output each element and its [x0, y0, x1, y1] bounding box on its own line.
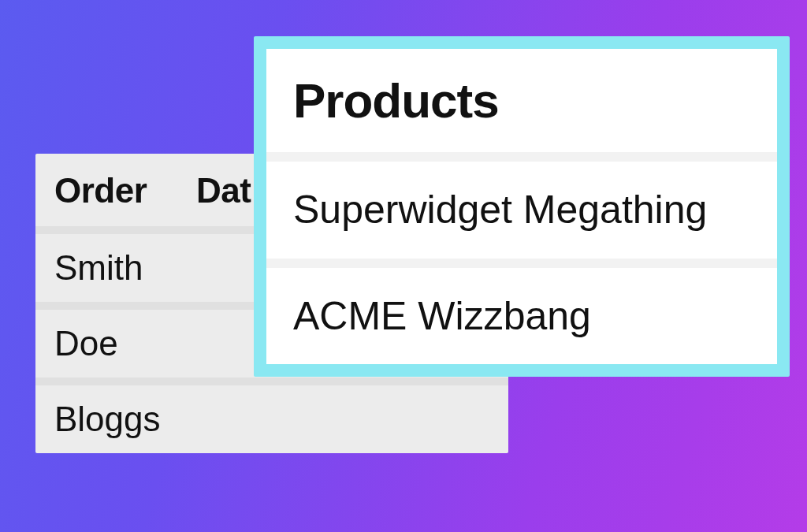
- products-card-inner: Products Superwidget Megathing ACME Wizz…: [266, 49, 777, 364]
- orders-col-order: Order: [54, 171, 196, 210]
- products-card: Products Superwidget Megathing ACME Wizz…: [254, 36, 790, 377]
- order-customer-name: Bloggs: [54, 400, 161, 438]
- list-item[interactable]: ACME Wizzbang: [266, 268, 777, 365]
- list-item[interactable]: Superwidget Megathing: [266, 162, 777, 268]
- order-customer-name: Smith: [54, 248, 143, 287]
- table-row[interactable]: Bloggs: [35, 385, 508, 453]
- order-customer-name: Doe: [54, 324, 118, 363]
- products-title: Products: [266, 49, 777, 162]
- product-name: Superwidget Megathing: [293, 188, 707, 232]
- product-name: ACME Wizzbang: [293, 294, 591, 338]
